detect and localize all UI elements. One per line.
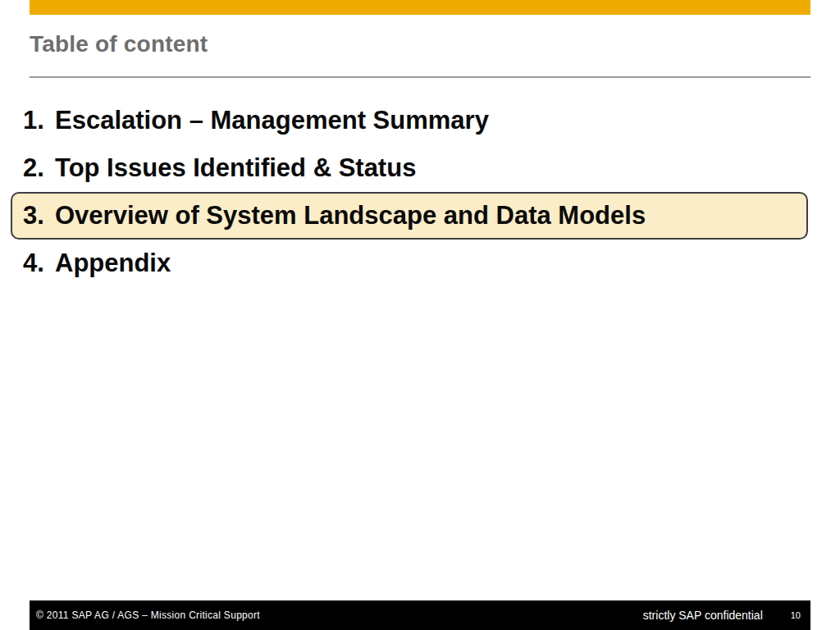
toc-item-number: 3. — [23, 201, 55, 231]
slide: Table of content 1. Escalation – Managem… — [0, 0, 840, 630]
toc-item-label: Escalation – Management Summary — [55, 106, 489, 135]
footer-confidential-label: strictly SAP confidential — [643, 609, 763, 622]
table-of-contents: 1. Escalation – Management Summary 2. To… — [0, 97, 840, 287]
toc-item-label: Appendix — [55, 249, 171, 278]
page-title: Table of content — [30, 31, 208, 57]
toc-item-label: Top Issues Identified & Status — [55, 153, 416, 183]
toc-item-label: Overview of System Landscape and Data Mo… — [55, 201, 646, 231]
footer-right-group: strictly SAP confidential 10 — [643, 609, 801, 622]
top-accent-bar — [30, 0, 810, 15]
title-divider — [30, 76, 810, 78]
toc-item-top-issues: 2. Top Issues Identified & Status — [0, 144, 840, 192]
page-number: 10 — [791, 610, 801, 620]
footer-copyright: © 2011 SAP AG / AGS – Mission Critical S… — [36, 609, 260, 621]
footer-bar: © 2011 SAP AG / AGS – Mission Critical S… — [30, 600, 810, 630]
toc-item-number: 2. — [23, 153, 55, 183]
toc-item-number: 4. — [23, 249, 55, 278]
toc-item-appendix: 4. Appendix — [0, 240, 840, 287]
toc-item-number: 1. — [23, 106, 55, 135]
toc-item-overview-highlighted: 3. Overview of System Landscape and Data… — [11, 192, 808, 240]
toc-item-escalation: 1. Escalation – Management Summary — [0, 97, 840, 144]
